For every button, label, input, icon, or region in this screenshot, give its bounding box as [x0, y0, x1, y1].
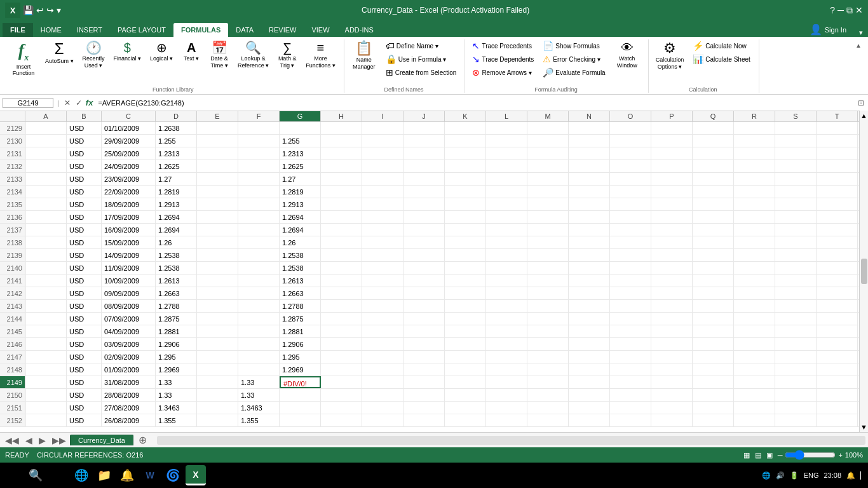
- cell[interactable]: 27/08/2009: [102, 402, 156, 414]
- sign-in-button[interactable]: 👤 Sign In: [804, 22, 851, 37]
- cell[interactable]: USD: [67, 389, 102, 401]
- cell[interactable]: [775, 274, 817, 287]
- col-header-i[interactable]: I: [362, 111, 403, 121]
- cell[interactable]: 1.2906: [280, 338, 321, 350]
- cell[interactable]: [238, 338, 280, 350]
- col-header-c[interactable]: C: [102, 111, 156, 121]
- cell[interactable]: 1.2881: [280, 325, 321, 337]
- cell[interactable]: [362, 363, 403, 376]
- cell[interactable]: [321, 198, 362, 210]
- cell[interactable]: [775, 211, 817, 223]
- cell[interactable]: [734, 198, 775, 210]
- cell[interactable]: [321, 325, 362, 337]
- zoom-slider[interactable]: [785, 450, 836, 460]
- cell[interactable]: [362, 287, 403, 299]
- cell[interactable]: 1.2913: [156, 198, 197, 210]
- cell[interactable]: [238, 211, 280, 223]
- cell[interactable]: 1.2663: [156, 287, 197, 299]
- cell[interactable]: USD: [67, 300, 102, 312]
- cell[interactable]: [734, 363, 775, 376]
- cell[interactable]: [527, 262, 569, 274]
- cell[interactable]: [25, 147, 67, 159]
- cell[interactable]: 1.26: [156, 236, 197, 248]
- cell[interactable]: [610, 211, 651, 223]
- cell[interactable]: [486, 351, 527, 363]
- cell[interactable]: [610, 249, 651, 261]
- cell[interactable]: [321, 211, 362, 223]
- word-icon[interactable]: W: [140, 465, 160, 485]
- cell[interactable]: [238, 351, 280, 363]
- cell[interactable]: USD: [67, 236, 102, 248]
- ribbon-collapse-button[interactable]: ▲: [854, 39, 863, 49]
- cell[interactable]: [25, 338, 67, 350]
- cell[interactable]: 1.2625: [280, 160, 321, 172]
- cell[interactable]: [486, 135, 527, 147]
- cell[interactable]: [817, 135, 858, 147]
- cell[interactable]: [775, 249, 817, 261]
- cell[interactable]: 1.2694: [280, 211, 321, 223]
- row-number[interactable]: 2146: [0, 338, 25, 350]
- cell[interactable]: [693, 287, 734, 299]
- define-name-button[interactable]: 🏷 Define Name ▾: [383, 39, 460, 52]
- cell[interactable]: [693, 376, 734, 388]
- cell[interactable]: USD: [67, 173, 102, 185]
- start-button[interactable]: ⊞: [3, 465, 23, 485]
- cell[interactable]: [445, 249, 486, 261]
- cell[interactable]: [321, 224, 362, 236]
- cell[interactable]: [445, 160, 486, 172]
- cell[interactable]: [651, 274, 693, 287]
- row-number[interactable]: 2137: [0, 224, 25, 236]
- cell[interactable]: [775, 338, 817, 350]
- evaluate-formula-button[interactable]: 🔎 Evaluate Formula: [539, 66, 608, 79]
- cell[interactable]: [817, 224, 858, 236]
- cell[interactable]: [527, 300, 569, 312]
- cell[interactable]: [445, 363, 486, 376]
- cell[interactable]: [486, 224, 527, 236]
- cell[interactable]: [775, 389, 817, 401]
- logical-button[interactable]: ⊕ Logical ▾: [147, 39, 176, 64]
- cell[interactable]: [651, 173, 693, 185]
- cell[interactable]: [569, 249, 610, 261]
- chrome-icon[interactable]: 🌀: [163, 465, 183, 485]
- cell[interactable]: [25, 211, 67, 223]
- cell[interactable]: [362, 198, 403, 210]
- cell[interactable]: [321, 402, 362, 414]
- cell[interactable]: [445, 300, 486, 312]
- cell[interactable]: [321, 274, 362, 287]
- cell[interactable]: [734, 173, 775, 185]
- show-desktop-button[interactable]: ▏: [860, 471, 865, 480]
- cell[interactable]: [734, 160, 775, 172]
- cell[interactable]: [238, 325, 280, 337]
- cell[interactable]: [734, 147, 775, 159]
- cell[interactable]: [817, 389, 858, 401]
- use-in-formula-button[interactable]: 🔒 Use in Formula ▾: [383, 53, 460, 65]
- col-header-l[interactable]: L: [486, 111, 527, 121]
- cell[interactable]: [610, 338, 651, 350]
- col-header-e[interactable]: E: [197, 111, 238, 121]
- cell[interactable]: 1.295: [280, 351, 321, 363]
- cell[interactable]: USD: [67, 160, 102, 172]
- col-header-n[interactable]: N: [569, 111, 610, 121]
- cell[interactable]: 14/09/2009: [102, 249, 156, 261]
- cell[interactable]: [610, 325, 651, 337]
- cell[interactable]: 1.2613: [280, 274, 321, 287]
- cell[interactable]: [817, 262, 858, 274]
- cell[interactable]: [775, 173, 817, 185]
- cell[interactable]: [610, 363, 651, 376]
- vertical-scrollbar[interactable]: ▲▼: [859, 111, 868, 432]
- name-box[interactable]: G2149: [3, 98, 53, 108]
- cell[interactable]: [486, 376, 527, 388]
- cell[interactable]: [527, 236, 569, 248]
- cell[interactable]: 1.2663: [280, 287, 321, 299]
- task-view-button[interactable]: ⊟: [48, 465, 69, 485]
- cell[interactable]: [569, 211, 610, 223]
- tab-data[interactable]: DATA: [228, 23, 261, 37]
- cell[interactable]: 31/08/2009: [102, 376, 156, 388]
- col-header-s[interactable]: S: [775, 111, 817, 121]
- cell[interactable]: [734, 338, 775, 350]
- cell[interactable]: [197, 389, 238, 401]
- cell[interactable]: 1.2969: [156, 363, 197, 376]
- cell[interactable]: [486, 313, 527, 325]
- cell[interactable]: 1.33: [156, 389, 197, 401]
- cell[interactable]: [569, 236, 610, 248]
